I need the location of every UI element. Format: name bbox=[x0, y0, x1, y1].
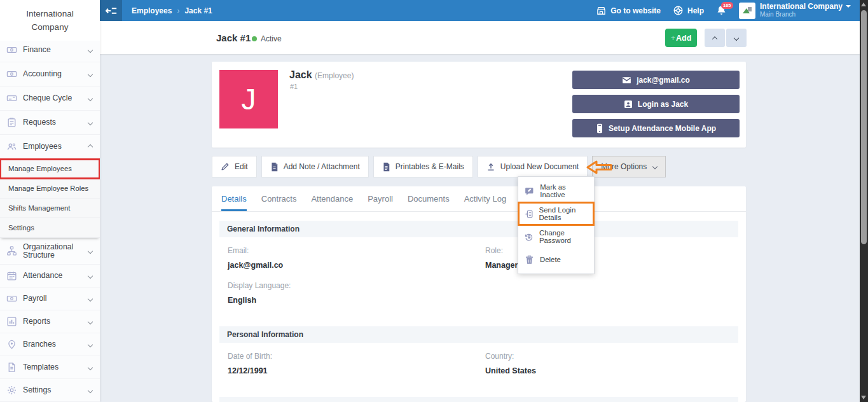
chevron-down-icon bbox=[652, 164, 658, 169]
chevron-up-icon bbox=[88, 144, 93, 149]
sidebar-item-branches[interactable]: Branches bbox=[0, 333, 100, 356]
tab-activity-log[interactable]: Activity Log bbox=[464, 186, 506, 211]
previous-employee-button[interactable] bbox=[705, 29, 725, 47]
delete-icon bbox=[525, 254, 534, 265]
tabs: Details Contracts Attendance Payroll Doc… bbox=[212, 186, 746, 212]
sidebar-item-reports[interactable]: Reports bbox=[0, 310, 100, 333]
tab-payroll[interactable]: Payroll bbox=[368, 186, 393, 211]
branches-icon bbox=[6, 339, 17, 350]
help-button[interactable]: Help bbox=[673, 5, 704, 16]
sidebar-item-employees[interactable]: Employees bbox=[0, 135, 100, 159]
sidebar-item-requests[interactable]: Requests bbox=[0, 111, 100, 135]
note-attachment-icon bbox=[270, 162, 279, 172]
printables-emails-button[interactable]: Printables & E-Mails bbox=[373, 156, 473, 177]
chevron-down-icon bbox=[88, 248, 93, 253]
requests-icon bbox=[6, 117, 17, 128]
next-employee-button[interactable] bbox=[726, 29, 747, 47]
sidebar-subitem-shifts-management[interactable]: Shifts Management bbox=[0, 198, 100, 218]
general-information-header: General Information bbox=[219, 221, 738, 237]
sidebar-item-templates[interactable]: Templates bbox=[0, 356, 100, 379]
templates-icon bbox=[6, 362, 17, 373]
date-of-birth-value: 12/12/1991 bbox=[228, 366, 485, 375]
chevron-down-icon bbox=[88, 95, 93, 100]
active-status-dot bbox=[252, 36, 257, 41]
menu-item-change-password[interactable]: Change Password bbox=[518, 225, 594, 248]
login-badge-icon bbox=[624, 100, 633, 109]
go-to-website-button[interactable]: Go to website bbox=[596, 6, 661, 16]
tab-documents[interactable]: Documents bbox=[408, 186, 450, 211]
sidebar-subitem-manage-employee-roles[interactable]: Manage Employee Roles bbox=[0, 179, 100, 198]
accounting-icon bbox=[6, 69, 17, 80]
settings-icon bbox=[6, 385, 17, 396]
chevron-up-icon bbox=[712, 36, 717, 41]
company-avatar bbox=[739, 3, 755, 19]
sidebar-item-organizational-structure[interactable]: Organizational Structure bbox=[0, 238, 100, 265]
more-options-dropdown: Mark as Inactive Send Login Details Chan… bbox=[518, 176, 595, 274]
sidebar-item-accounting[interactable]: Accounting bbox=[0, 62, 100, 87]
help-lifebuoy-icon bbox=[673, 5, 684, 16]
chevron-down-icon bbox=[88, 47, 93, 52]
sidebar-item-finance[interactable]: Finance bbox=[0, 38, 100, 62]
organizational-structure-icon bbox=[6, 246, 17, 256]
tab-details[interactable]: Details bbox=[221, 186, 247, 211]
status-badge: Active bbox=[252, 34, 282, 43]
company-logo: International Company bbox=[0, 0, 100, 41]
action-bar: Edit Add Note / Attachment Printables & … bbox=[212, 156, 746, 177]
details-card: Details Contracts Attendance Payroll Doc… bbox=[212, 186, 746, 402]
edit-button[interactable]: Edit bbox=[212, 156, 257, 177]
scrollbar-thumb[interactable] bbox=[861, 10, 867, 244]
plus-icon: + bbox=[671, 34, 675, 43]
add-note-attachment-button[interactable]: Add Note / Attachment bbox=[261, 156, 369, 177]
menu-item-delete[interactable]: Delete bbox=[518, 248, 594, 271]
chevron-down-icon bbox=[88, 71, 93, 76]
tab-contracts[interactable]: Contracts bbox=[261, 186, 297, 211]
attendance-icon bbox=[6, 270, 17, 281]
main-content: J Jack (Employee) #1 jack@gmail.co Login… bbox=[100, 54, 860, 402]
envelope-icon bbox=[622, 76, 631, 84]
payroll-icon bbox=[6, 293, 17, 304]
annotation-arrow-left bbox=[586, 160, 612, 175]
mark-inactive-icon bbox=[525, 186, 534, 197]
scrollbar-up-arrow[interactable] bbox=[861, 3, 866, 6]
upload-new-document-button[interactable]: Upload New Document bbox=[478, 156, 588, 177]
chevron-down-icon bbox=[88, 296, 93, 301]
scrollbar-down-arrow[interactable] bbox=[861, 396, 866, 399]
mobile-phone-icon bbox=[596, 123, 603, 134]
cheque-cycle-icon bbox=[6, 93, 17, 104]
chevron-down-icon bbox=[88, 319, 93, 324]
address-section: Address bbox=[219, 397, 738, 402]
company-name: International Company bbox=[760, 3, 843, 10]
email-button[interactable]: jack@gmail.co bbox=[572, 71, 740, 89]
company-menu[interactable]: International Company Main Branch bbox=[739, 3, 851, 19]
employee-name: Jack (Employee) bbox=[289, 69, 354, 81]
breadcrumb: Employees › Jack #1 bbox=[132, 6, 212, 15]
notification-count-badge: 165 bbox=[721, 2, 733, 9]
branch-name: Main Branch bbox=[760, 11, 851, 18]
login-as-button[interactable]: Login as Jack bbox=[572, 95, 740, 113]
sidebar: International Company Finance Accounting… bbox=[0, 0, 100, 402]
collapse-menu-icon bbox=[106, 6, 117, 15]
sidebar-subitem-manage-employees[interactable]: Manage Employees bbox=[0, 159, 100, 179]
display-language-value: English bbox=[228, 296, 485, 305]
setup-mobile-app-button[interactable]: Setup Attendance Mobile App bbox=[572, 119, 740, 137]
sidebar-item-cheque-cycle[interactable]: Cheque Cycle bbox=[0, 87, 100, 111]
breadcrumb-employees[interactable]: Employees bbox=[132, 6, 172, 15]
page-title: Jack #1 bbox=[216, 32, 251, 43]
personal-information-header: Personal Information bbox=[219, 326, 738, 343]
notifications-button[interactable]: 165 bbox=[716, 5, 727, 17]
sidebar-subitem-settings[interactable]: Settings bbox=[0, 218, 100, 238]
sidebar-nav: Finance Accounting Cheque Cycle Requests… bbox=[0, 38, 100, 402]
breadcrumb-current: Jack #1 bbox=[184, 6, 212, 15]
logo-line1: International bbox=[26, 7, 73, 20]
tab-attendance[interactable]: Attendance bbox=[311, 186, 353, 211]
add-button[interactable]: + Add bbox=[665, 29, 697, 47]
sidebar-item-attendance[interactable]: Attendance bbox=[0, 265, 100, 288]
menu-item-send-login-details[interactable]: Send Login Details bbox=[518, 202, 594, 225]
email-label: Email: bbox=[228, 246, 485, 255]
menu-item-mark-as-inactive[interactable]: Mark as Inactive bbox=[518, 179, 594, 202]
sidebar-item-settings[interactable]: Settings bbox=[0, 379, 100, 402]
email-value: jack@gmail.co bbox=[228, 261, 485, 270]
sidebar-item-payroll[interactable]: Payroll bbox=[0, 288, 100, 310]
collapse-sidebar-button[interactable] bbox=[100, 0, 122, 21]
employees-submenu: Manage Employees Manage Employee Roles S… bbox=[0, 159, 100, 238]
